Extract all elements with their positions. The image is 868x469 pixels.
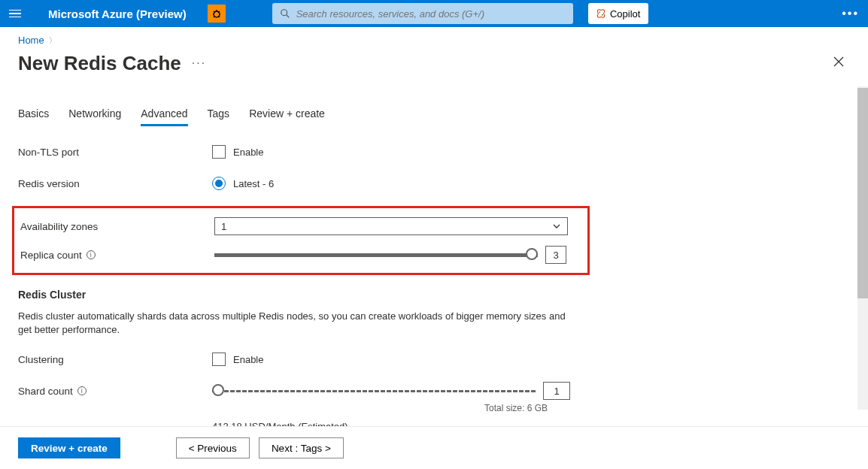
redis-version-radio[interactable]: [212, 177, 226, 190]
availability-zones-label: Availability zones: [20, 221, 214, 232]
replica-count-value[interactable]: 3: [545, 246, 566, 264]
search-input[interactable]: [296, 8, 566, 20]
page-title: New Redis Cache: [18, 52, 181, 75]
svg-line-9: [286, 15, 289, 18]
tabs: Basics Networking Advanced Tags Review +…: [18, 107, 850, 126]
tab-advanced[interactable]: Advanced: [141, 107, 187, 126]
redis-version-label: Redis version: [18, 178, 212, 189]
copilot-button[interactable]: Copilot: [588, 3, 648, 24]
svg-point-8: [281, 10, 287, 16]
review-create-button[interactable]: Review + create: [18, 437, 120, 458]
availability-zones-value: 1: [221, 221, 226, 232]
non-tls-checkbox[interactable]: [212, 145, 226, 159]
tab-basics[interactable]: Basics: [18, 107, 49, 126]
replica-count-slider[interactable]: [214, 253, 538, 257]
copilot-icon: [596, 8, 606, 19]
svg-point-10: [599, 11, 600, 13]
title-row: New Redis Cache ···: [0, 50, 868, 86]
scrollbar-thumb[interactable]: [857, 88, 868, 298]
shard-count-label: Shard count: [18, 386, 73, 397]
non-tls-label: Non-TLS port: [18, 147, 212, 158]
non-tls-enable-label: Enable: [233, 147, 263, 158]
breadcrumb: Home 〉: [0, 27, 868, 50]
clustering-enable-label: Enable: [233, 354, 263, 365]
clustering-label: Clustering: [18, 354, 212, 365]
brand-label: Microsoft Azure (Preview): [48, 8, 187, 20]
info-icon[interactable]: i: [77, 386, 86, 395]
cluster-description: Redis cluster automatically shards data …: [18, 310, 575, 337]
next-button[interactable]: Next : Tags >: [259, 437, 344, 458]
highlighted-section: Availability zones 1 Replica count i: [12, 206, 590, 275]
shard-count-slider[interactable]: [212, 389, 536, 393]
footer-bar: Review + create < Previous Next : Tags >: [0, 426, 868, 469]
tab-tags[interactable]: Tags: [208, 107, 230, 126]
menu-icon[interactable]: [9, 6, 24, 21]
info-icon[interactable]: i: [86, 250, 96, 259]
total-size-label: Total size: 6 GB: [484, 403, 850, 413]
close-icon[interactable]: [827, 50, 850, 76]
breadcrumb-home[interactable]: Home: [18, 35, 44, 46]
search-box[interactable]: [272, 3, 573, 24]
more-icon[interactable]: •••: [842, 7, 859, 20]
scrollbar-track[interactable]: [857, 86, 868, 410]
chevron-down-icon: [552, 222, 561, 231]
chevron-right-icon: 〉: [49, 35, 56, 46]
previous-button[interactable]: < Previous: [176, 437, 250, 458]
tab-review[interactable]: Review + create: [249, 107, 325, 126]
cluster-heading: Redis Cluster: [18, 289, 850, 301]
copilot-label: Copilot: [610, 8, 640, 20]
redis-version-value: Latest - 6: [233, 178, 274, 189]
replica-count-label: Replica count: [20, 250, 82, 261]
preview-bug-icon[interactable]: [208, 5, 226, 23]
availability-zones-select[interactable]: 1: [214, 217, 568, 235]
clustering-checkbox[interactable]: [212, 353, 226, 366]
tab-networking[interactable]: Networking: [68, 107, 121, 126]
search-icon: [280, 8, 290, 19]
top-bar: Microsoft Azure (Preview) Copilot •••: [0, 0, 868, 27]
title-more-icon[interactable]: ···: [192, 56, 206, 70]
shard-count-value[interactable]: 1: [543, 382, 570, 400]
svg-point-11: [602, 14, 603, 16]
